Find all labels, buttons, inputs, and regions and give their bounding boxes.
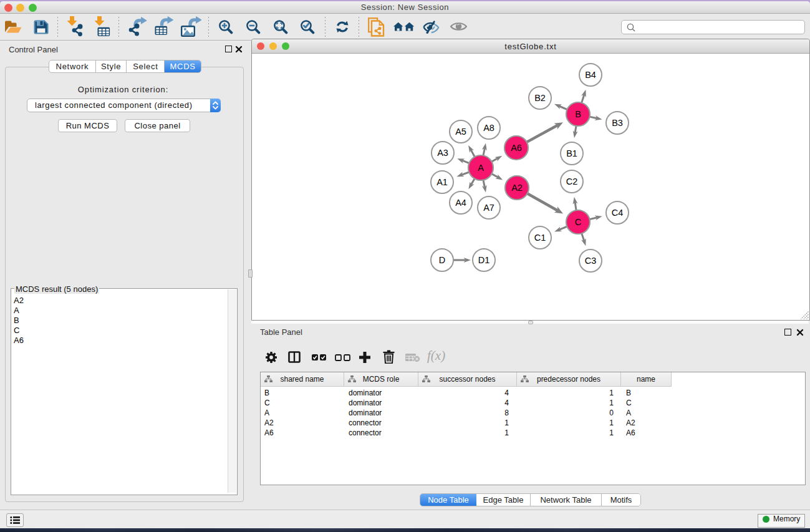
svg-text:A: A: [478, 163, 484, 173]
svg-text:C4: C4: [612, 208, 624, 218]
svg-text:C3: C3: [585, 256, 597, 266]
svg-text:A5: A5: [455, 127, 466, 137]
svg-text:A2: A2: [511, 183, 523, 193]
svg-text:B1: B1: [566, 148, 577, 158]
svg-text:A1: A1: [436, 177, 448, 187]
svg-text:A6: A6: [511, 143, 522, 153]
svg-text:A3: A3: [437, 148, 448, 158]
svg-text:B4: B4: [585, 70, 596, 80]
svg-text:A7: A7: [483, 203, 494, 213]
svg-text:A4: A4: [455, 198, 466, 208]
svg-text:D: D: [439, 255, 445, 265]
svg-text:A8: A8: [483, 123, 494, 133]
svg-text:B: B: [575, 109, 581, 119]
svg-text:D1: D1: [478, 255, 490, 265]
svg-text:B2: B2: [534, 93, 546, 103]
svg-text:C1: C1: [534, 233, 546, 243]
svg-text:B3: B3: [612, 118, 623, 128]
svg-text:C: C: [575, 217, 581, 227]
svg-text:C2: C2: [566, 177, 578, 186]
